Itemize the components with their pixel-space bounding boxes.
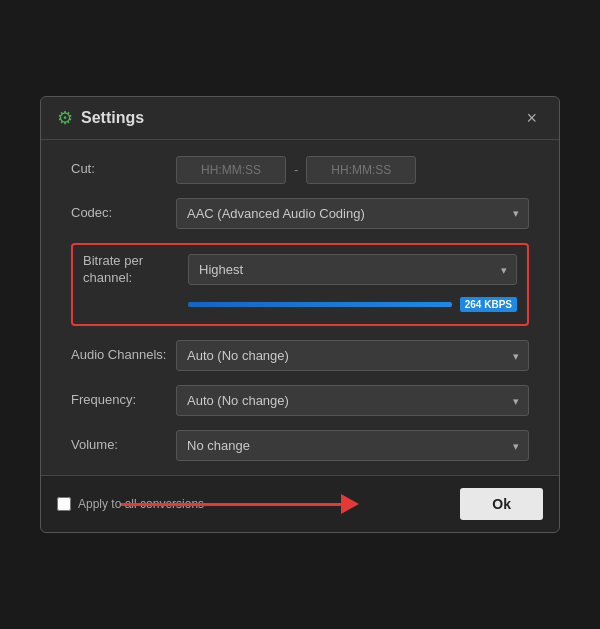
codec-select[interactable]: AAC (Advanced Audio Coding) MP3 OGG WAV … xyxy=(176,198,529,229)
apply-all-label[interactable]: Apply to all conversions xyxy=(57,497,204,511)
cut-row: Cut: - xyxy=(71,156,529,184)
volume-label: Volume: xyxy=(71,437,176,454)
apply-all-checkbox[interactable] xyxy=(57,497,71,511)
close-button[interactable]: × xyxy=(520,107,543,129)
bitrate-select-wrapper: Highest 320 kbps 256 kbps 192 kbps 128 k… xyxy=(188,254,517,285)
frequency-select[interactable]: Auto (No change) 44100 Hz 48000 Hz 22050… xyxy=(176,385,529,416)
volume-row: Volume: No change +10% +20% -10% -20% ▾ xyxy=(71,430,529,461)
bitrate-slider-row: 264 KBPS xyxy=(188,294,517,314)
form-content: Cut: - Codec: AAC (Advanced Audio Coding… xyxy=(41,140,559,462)
audio-channels-label: Audio Channels: xyxy=(71,347,176,364)
bitrate-select[interactable]: Highest 320 kbps 256 kbps 192 kbps 128 k… xyxy=(188,254,517,285)
cut-dash: - xyxy=(294,162,298,177)
title-bar: ⚙ Settings × xyxy=(41,97,559,140)
cut-start-input[interactable] xyxy=(176,156,286,184)
footer: Apply to all conversions Ok xyxy=(41,475,559,532)
title-left: ⚙ Settings xyxy=(57,107,144,129)
bitrate-slider-track xyxy=(188,302,452,307)
kbps-badge: 264 KBPS xyxy=(460,297,517,312)
audio-channels-select-wrapper: Auto (No change) Mono Stereo ▾ xyxy=(176,340,529,371)
volume-select[interactable]: No change +10% +20% -10% -20% xyxy=(176,430,529,461)
cut-input-group: - xyxy=(176,156,529,184)
bitrate-top-row: Bitrate per channel: Highest 320 kbps 25… xyxy=(83,253,517,287)
dialog-title: Settings xyxy=(81,109,144,127)
frequency-label: Frequency: xyxy=(71,392,176,409)
frequency-row: Frequency: Auto (No change) 44100 Hz 480… xyxy=(71,385,529,416)
bitrate-section: Bitrate per channel: Highest 320 kbps 25… xyxy=(71,243,529,327)
bitrate-slider-container[interactable] xyxy=(188,294,452,314)
arrow-head xyxy=(341,494,359,514)
audio-channels-row: Audio Channels: Auto (No change) Mono St… xyxy=(71,340,529,371)
ok-button[interactable]: Ok xyxy=(460,488,543,520)
apply-all-text: Apply to all conversions xyxy=(78,497,204,511)
bitrate-slider-fill xyxy=(188,302,452,307)
cut-end-input[interactable] xyxy=(306,156,416,184)
codec-label: Codec: xyxy=(71,205,176,222)
codec-select-wrapper: AAC (Advanced Audio Coding) MP3 OGG WAV … xyxy=(176,198,529,229)
frequency-select-wrapper: Auto (No change) 44100 Hz 48000 Hz 22050… xyxy=(176,385,529,416)
settings-dialog: ⚙ Settings × Cut: - Codec: AAC (Advanced… xyxy=(40,96,560,534)
gear-icon: ⚙ xyxy=(57,107,73,129)
cut-label: Cut: xyxy=(71,161,176,178)
audio-channels-select[interactable]: Auto (No change) Mono Stereo xyxy=(176,340,529,371)
volume-select-wrapper: No change +10% +20% -10% -20% ▾ xyxy=(176,430,529,461)
codec-row: Codec: AAC (Advanced Audio Coding) MP3 O… xyxy=(71,198,529,229)
bitrate-label: Bitrate per channel: xyxy=(83,253,188,287)
